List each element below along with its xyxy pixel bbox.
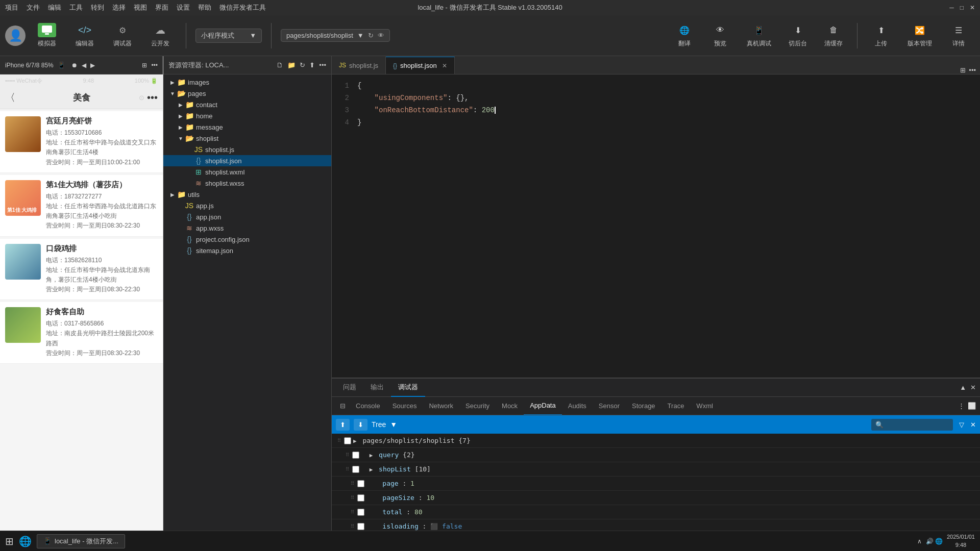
tab-sensor[interactable]: Sensor [593, 397, 626, 415]
layout-icon[interactable]: ⊞ [142, 62, 147, 69]
maximize-button[interactable]: □ [960, 4, 964, 11]
row-checkbox[interactable] [357, 509, 364, 516]
eye-icon[interactable]: 👁 [378, 32, 384, 39]
menu-edit[interactable]: 编辑 [48, 3, 61, 12]
tree-item-project-config[interactable]: {} project.config.json [163, 234, 331, 245]
tree-item-pages[interactable]: ▼ 📂 pages [163, 88, 331, 99]
search-filter-icon[interactable]: ▽ [959, 421, 964, 429]
path-dropdown[interactable]: pages/shoplist/shoplist ▼ ↻ 👁 [281, 29, 390, 42]
row-checkbox[interactable] [357, 480, 364, 487]
prev-icon[interactable]: ◀ [82, 62, 86, 69]
tab-problems[interactable]: 问题 [336, 379, 363, 397]
simulator-button[interactable]: 模拟器 [31, 20, 63, 51]
tab-output[interactable]: 输出 [363, 379, 391, 397]
preview-button[interactable]: 👁 预览 [704, 20, 737, 51]
row-checkbox[interactable] [344, 437, 351, 444]
clear-button[interactable]: 🗑 清缓存 [817, 20, 850, 51]
menu-help[interactable]: 帮助 [198, 3, 211, 12]
list-item[interactable]: 好食客自助 电话：0317-8565866 地址：南皮县光明中路烈士陵园北200… [0, 302, 163, 364]
sidebar-toolbar[interactable]: 🗋 📁 ↻ ⬆ ••• [277, 61, 326, 69]
tab-sources[interactable]: Sources [386, 397, 423, 415]
tree-item-shoplist-json[interactable]: {} shoplist.json [163, 155, 331, 166]
sidebar-more-icon[interactable]: ••• [319, 61, 326, 69]
back-button[interactable]: 〈 [5, 91, 15, 105]
menu-bar[interactable]: 项目 文件 编辑 工具 转到 选择 视图 界面 设置 帮助 微信开发者工具 [5, 3, 266, 12]
debugger-button[interactable]: ⚙ 调试器 [106, 20, 139, 51]
more-editor-icon[interactable]: ••• [969, 66, 976, 74]
user-avatar[interactable]: 👤 [5, 26, 26, 46]
expand-arrow[interactable]: ▶ [370, 466, 373, 473]
cloud-button[interactable]: ☁ 云开发 [144, 20, 177, 51]
tab-appdata[interactable]: AppData [524, 397, 562, 415]
menu-view[interactable]: 视图 [134, 3, 147, 12]
tab-wxml[interactable]: Wxml [690, 397, 719, 415]
menu-project[interactable]: 项目 [5, 3, 18, 12]
tree-up-button[interactable]: ⬆ [336, 419, 350, 431]
collapse-all-icon[interactable]: ⬆ [309, 61, 315, 69]
tab-shoplist-json[interactable]: {} shoplist.json ✕ [386, 57, 455, 74]
next-icon[interactable]: ▶ [90, 62, 95, 69]
tree-item-shoplist-wxml[interactable]: ⊞ shoplist.wxml [163, 166, 331, 178]
menu-file[interactable]: 文件 [27, 3, 40, 12]
nav-more-button[interactable]: ••• [147, 92, 158, 104]
new-folder-icon[interactable]: 📁 [287, 61, 296, 69]
menu-devtools[interactable]: 微信开发者工具 [219, 3, 266, 12]
minimize-button[interactable]: ─ [949, 4, 954, 11]
refresh-icon[interactable]: ↻ [368, 32, 374, 39]
menu-tools[interactable]: 工具 [69, 3, 83, 12]
tree-item-images[interactable]: ▶ 📁 images [163, 77, 331, 88]
editor-button[interactable]: </> 编辑器 [68, 20, 101, 51]
tree-item-message[interactable]: ▶ 📁 message [163, 121, 331, 133]
split-editor-icon[interactable]: ⊞ [960, 66, 966, 74]
translate-button[interactable]: 🌐 翻译 [668, 20, 701, 51]
tab-network[interactable]: Network [423, 397, 459, 415]
expand-arrow[interactable]: ▶ [370, 452, 373, 459]
close-button[interactable]: ✕ [970, 4, 975, 11]
taskbar-app-item[interactable]: 📱 local_life - 微信开发... [37, 534, 125, 548]
tree-dropdown-arrow[interactable]: ▼ [390, 420, 397, 429]
mode-dropdown[interactable]: 小程序模式 ▼ [195, 29, 262, 43]
collapse-panel-icon[interactable]: ▲ [960, 384, 966, 391]
tab-debugger[interactable]: 调试器 [391, 379, 425, 397]
list-item[interactable]: 宫廷月亮虾饼 电话：15530710686 地址：任丘市裕华中路与会战道交叉口东… [0, 111, 163, 173]
tab-console[interactable]: Console [350, 397, 386, 415]
version-button[interactable]: 🔀 版本管理 [900, 20, 939, 51]
nav-circle-button[interactable]: ⊙ [139, 94, 144, 102]
list-item[interactable]: 口袋鸡排 电话：13582628110 地址：任丘市裕华中路与会战北道东南角，薯… [0, 239, 163, 300]
devtools-expand-icon[interactable]: ⬜ [968, 402, 976, 410]
upload-button[interactable]: ⬆ 上传 [865, 20, 897, 51]
tree-search-input[interactable] [871, 419, 953, 431]
menu-goto[interactable]: 转到 [91, 3, 104, 12]
tab-audits[interactable]: Audits [562, 397, 593, 415]
tree-item-app-js[interactable]: JS app.js [163, 200, 331, 211]
tree-item-shoplist[interactable]: ▼ 📂 shoplist [163, 133, 331, 144]
refresh-tree-icon[interactable]: ↻ [300, 61, 305, 69]
tree-item-utils[interactable]: ▶ 📁 utils [163, 189, 331, 200]
tree-item-contact[interactable]: ▶ 📁 contact [163, 99, 331, 110]
window-controls[interactable]: ─ □ ✕ [949, 4, 975, 11]
systray-hide-icon[interactable]: ∧ [917, 538, 922, 545]
close-panel-icon[interactable]: ✕ [970, 384, 976, 391]
tree-item-shoplist-wxss[interactable]: ≋ shoplist.wxss [163, 178, 331, 189]
row-checkbox[interactable] [357, 494, 364, 502]
tree-item-home[interactable]: ▶ 📁 home [163, 110, 331, 121]
tab-shoplist-js[interactable]: JS shoplist.js [332, 57, 386, 74]
record-icon[interactable]: ⏺ [71, 62, 78, 69]
tree-item-shoplist-js[interactable]: JS shoplist.js [163, 144, 331, 155]
search-clear-icon[interactable]: ✕ [970, 421, 976, 429]
menu-interface[interactable]: 界面 [155, 3, 168, 12]
detail-button[interactable]: ☰ 详情 [942, 20, 975, 51]
start-button[interactable]: ⊞ [5, 535, 14, 547]
devtools-right-icons[interactable]: ⋮ ⬜ [958, 402, 976, 410]
code-editor[interactable]: 1 { 2 "usingComponents": {}, 3 "onReachB… [332, 74, 980, 378]
tree-item-app-wxss[interactable]: ≋ app.wxss [163, 222, 331, 234]
tab-trace[interactable]: Trace [662, 397, 691, 415]
expand-arrow[interactable]: ▶ [353, 438, 357, 444]
tab-security[interactable]: Security [459, 397, 496, 415]
devtools-more-icon[interactable]: ⋮ [958, 402, 965, 410]
menu-settings[interactable]: 设置 [177, 3, 190, 12]
row-checkbox[interactable] [357, 523, 364, 530]
tab-mock[interactable]: Mock [496, 397, 524, 415]
backend-button[interactable]: ⬇ 切后台 [781, 20, 814, 51]
tab-storage[interactable]: Storage [626, 397, 662, 415]
